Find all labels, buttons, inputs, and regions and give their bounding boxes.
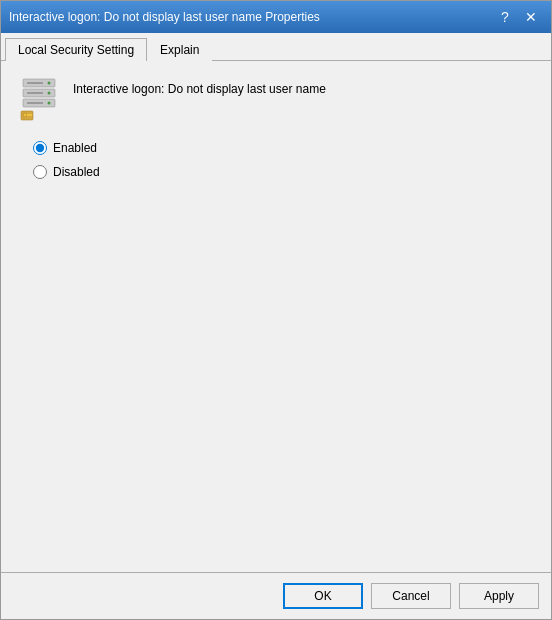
policy-header: Interactive logon: Do not display last u…: [17, 77, 535, 121]
close-button[interactable]: ✕: [519, 7, 543, 27]
enabled-label: Enabled: [53, 141, 97, 155]
tab-bar: Local Security Setting Explain: [1, 33, 551, 61]
svg-rect-7: [27, 92, 43, 94]
title-bar: Interactive logon: Do not display last u…: [1, 1, 551, 33]
ok-button[interactable]: OK: [283, 583, 363, 609]
help-button[interactable]: ?: [493, 7, 517, 27]
title-bar-controls: ? ✕: [493, 7, 543, 27]
properties-dialog: Interactive logon: Do not display last u…: [0, 0, 552, 620]
svg-rect-8: [27, 102, 43, 104]
svg-point-4: [48, 92, 51, 95]
tab-local-security-setting[interactable]: Local Security Setting: [5, 38, 147, 61]
window-title: Interactive logon: Do not display last u…: [9, 10, 320, 24]
disabled-option[interactable]: Disabled: [33, 165, 535, 179]
policy-title: Interactive logon: Do not display last u…: [73, 77, 326, 98]
tab-explain[interactable]: Explain: [147, 38, 212, 61]
enabled-radio[interactable]: [33, 141, 47, 155]
svg-point-5: [48, 102, 51, 105]
disabled-radio[interactable]: [33, 165, 47, 179]
server-policy-icon: [19, 77, 59, 121]
svg-rect-11: [27, 114, 32, 116]
apply-button[interactable]: Apply: [459, 583, 539, 609]
svg-point-3: [48, 82, 51, 85]
disabled-label: Disabled: [53, 165, 100, 179]
svg-rect-6: [27, 82, 43, 84]
enabled-option[interactable]: Enabled: [33, 141, 535, 155]
button-bar: OK Cancel Apply: [1, 572, 551, 619]
options-area: Enabled Disabled: [17, 141, 535, 179]
content-area: Interactive logon: Do not display last u…: [1, 61, 551, 572]
svg-point-10: [23, 113, 27, 117]
policy-icon-container: [17, 77, 61, 121]
cancel-button[interactable]: Cancel: [371, 583, 451, 609]
